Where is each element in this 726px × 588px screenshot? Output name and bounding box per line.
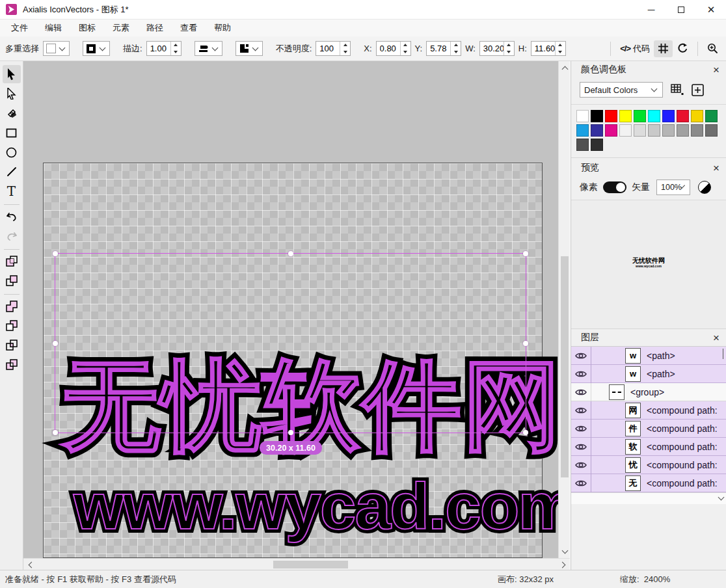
menu-help[interactable]: 帮助 bbox=[206, 20, 239, 36]
line-cap-dropdown[interactable] bbox=[195, 41, 222, 56]
spin-up-button[interactable] bbox=[171, 42, 181, 49]
color-swatch[interactable] bbox=[605, 110, 617, 122]
color-swatch[interactable] bbox=[662, 124, 675, 137]
color-swatch[interactable] bbox=[619, 124, 632, 137]
visibility-eye-icon[interactable] bbox=[571, 370, 591, 378]
group-tool[interactable] bbox=[3, 252, 21, 271]
close-icon[interactable]: × bbox=[713, 332, 719, 343]
color-swatch[interactable] bbox=[662, 110, 675, 122]
selection-handle-w[interactable] bbox=[53, 341, 58, 346]
select-tool[interactable] bbox=[3, 65, 21, 83]
line-tool[interactable] bbox=[3, 163, 21, 181]
selection-bounding-box[interactable] bbox=[55, 253, 526, 433]
layer-row-compound-3[interactable]: 软 <compound path: bbox=[571, 438, 726, 456]
close-icon[interactable]: × bbox=[713, 64, 719, 75]
menu-edit[interactable]: 编辑 bbox=[36, 20, 70, 36]
x-input[interactable] bbox=[377, 42, 400, 55]
visibility-eye-icon[interactable] bbox=[571, 461, 591, 469]
stroke-width-input[interactable] bbox=[147, 42, 170, 55]
ellipse-tool[interactable] bbox=[3, 143, 21, 161]
canvas-horizontal-scrollbar[interactable] bbox=[23, 558, 570, 570]
color-swatch[interactable] bbox=[576, 110, 589, 122]
canvas-vertical-scrollbar[interactable] bbox=[558, 61, 570, 558]
close-icon[interactable]: × bbox=[713, 163, 719, 174]
scroll-up-arrow[interactable] bbox=[559, 62, 570, 73]
menu-element[interactable]: 元素 bbox=[104, 20, 138, 36]
code-button[interactable]: </> 代码 bbox=[616, 40, 654, 57]
visibility-eye-icon[interactable] bbox=[571, 425, 591, 433]
color-swatch[interactable] bbox=[691, 110, 703, 122]
direct-select-tool[interactable] bbox=[3, 85, 21, 103]
union-tool[interactable] bbox=[3, 297, 21, 315]
text-tool[interactable]: T bbox=[3, 182, 21, 200]
scroll-down-arrow[interactable] bbox=[559, 546, 570, 557]
spin-down-button[interactable] bbox=[556, 49, 565, 56]
canvas-viewport[interactable]: 无忧软件网 无忧软件网 www.wycad.com www.wycad.com … bbox=[23, 61, 558, 558]
minimize-button[interactable]: ─ bbox=[636, 0, 666, 20]
exclude-tool[interactable] bbox=[3, 356, 21, 374]
selection-handle-sw[interactable] bbox=[53, 430, 58, 435]
selection-handle-s[interactable] bbox=[288, 430, 293, 435]
scroll-left-arrow[interactable] bbox=[25, 559, 35, 570]
redo-button[interactable] bbox=[3, 227, 21, 245]
selection-handle-nw[interactable] bbox=[53, 251, 58, 256]
color-swatch[interactable] bbox=[634, 124, 646, 137]
spin-up-button[interactable] bbox=[401, 42, 410, 49]
layers-scrollbar[interactable] bbox=[571, 492, 726, 504]
snap-rotate-button[interactable] bbox=[673, 40, 692, 57]
palette-select[interactable]: Default Colors bbox=[580, 82, 663, 98]
preview-zoom-select[interactable]: 100% bbox=[656, 180, 690, 195]
zoom-tool-button[interactable] bbox=[703, 40, 722, 57]
color-swatch[interactable] bbox=[677, 124, 689, 137]
pixel-vector-toggle[interactable] bbox=[603, 181, 626, 193]
grid-toggle-button[interactable] bbox=[654, 40, 673, 57]
menu-view[interactable]: 查看 bbox=[172, 20, 206, 36]
spin-down-button[interactable] bbox=[504, 49, 514, 56]
layer-row-compound-1[interactable]: 网 <compound path: bbox=[571, 401, 726, 420]
rectangle-tool[interactable] bbox=[3, 124, 21, 142]
visibility-eye-icon[interactable] bbox=[571, 407, 591, 414]
pen-tool[interactable] bbox=[3, 104, 21, 122]
color-swatch[interactable] bbox=[648, 110, 660, 122]
selection-handle-ne[interactable] bbox=[523, 251, 528, 256]
color-swatch[interactable] bbox=[705, 124, 718, 137]
color-swatch[interactable] bbox=[591, 110, 603, 122]
spin-down-button[interactable] bbox=[340, 49, 350, 56]
spin-down-button[interactable] bbox=[171, 49, 181, 56]
selection-handle-e[interactable] bbox=[523, 341, 528, 346]
undo-button[interactable] bbox=[3, 207, 21, 226]
color-swatch[interactable] bbox=[591, 139, 603, 151]
color-swatch[interactable] bbox=[634, 110, 646, 122]
layer-row-compound-2[interactable]: 件 <compound path: bbox=[571, 420, 726, 438]
layer-row-compound-5[interactable]: 无 <compound path: bbox=[571, 474, 726, 492]
maximize-button[interactable] bbox=[666, 0, 696, 20]
stroke-color-dropdown[interactable] bbox=[83, 41, 110, 56]
layer-row-path-2[interactable]: w <path> bbox=[571, 365, 726, 383]
spin-down-button[interactable] bbox=[401, 49, 410, 56]
intersect-tool[interactable] bbox=[3, 336, 21, 354]
menu-file[interactable]: 文件 bbox=[3, 20, 36, 36]
subtract-tool[interactable] bbox=[3, 317, 21, 335]
color-swatch[interactable] bbox=[591, 124, 603, 137]
visibility-eye-icon[interactable] bbox=[571, 352, 591, 360]
close-button[interactable]: ✕ bbox=[696, 0, 726, 20]
layer-row-group[interactable]: <group> bbox=[571, 383, 726, 401]
visibility-eye-icon[interactable] bbox=[571, 388, 591, 396]
spin-up-button[interactable] bbox=[340, 42, 350, 49]
spin-up-button[interactable] bbox=[451, 42, 461, 49]
w-input[interactable] bbox=[480, 42, 504, 55]
preview-background-toggle-icon[interactable] bbox=[698, 181, 711, 194]
selection-handle-n[interactable] bbox=[288, 251, 293, 256]
color-swatch[interactable] bbox=[705, 110, 718, 122]
spin-up-button[interactable] bbox=[556, 42, 565, 49]
selection-handle-se[interactable] bbox=[523, 430, 528, 435]
scroll-right-arrow[interactable] bbox=[558, 559, 569, 570]
horizontal-scroll-thumb[interactable] bbox=[273, 561, 348, 568]
color-swatch[interactable] bbox=[576, 124, 589, 137]
color-swatch[interactable] bbox=[605, 124, 617, 137]
line-join-dropdown[interactable] bbox=[235, 41, 263, 56]
spin-up-button[interactable] bbox=[504, 42, 514, 49]
spin-down-button[interactable] bbox=[451, 49, 461, 56]
color-swatch[interactable] bbox=[619, 110, 632, 122]
vertical-scroll-thumb[interactable] bbox=[561, 256, 569, 477]
